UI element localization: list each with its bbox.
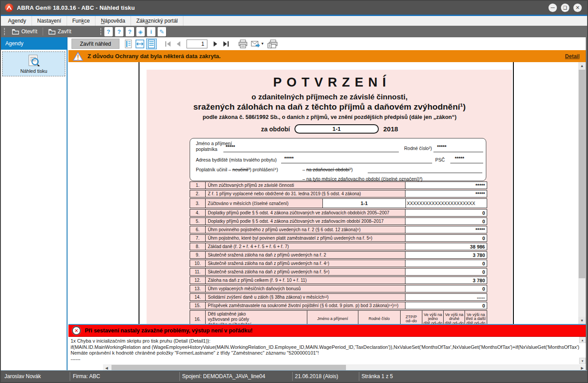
declaration-option-2: – na tyto měsíce zdaňovacího období (čís… xyxy=(302,176,422,182)
form-subtitle-2: sražených zálohách na daň z těchto příjm… xyxy=(164,102,495,112)
status-date: 21.06.2018 (Alois) xyxy=(295,371,338,382)
row-value: 0 xyxy=(405,235,487,241)
folder-open-icon xyxy=(12,29,19,35)
row-value: ***** xyxy=(405,226,487,233)
vscroll-thumb[interactable] xyxy=(579,70,585,278)
row-value: 3 780 xyxy=(405,277,487,284)
table-row: 8.Základ daně (ř. 2 + ř. 4 + ř. 5 + ř. 6… xyxy=(190,243,487,250)
sidebar-item-nahled-tisku[interactable]: Náhled tisku xyxy=(2,51,65,76)
status-company: Firma: ABC xyxy=(73,371,100,382)
open-button[interactable]: Otevřít xyxy=(8,27,41,36)
row-number: 9. xyxy=(190,252,206,258)
menu-item-funkce[interactable]: Funkce xyxy=(67,16,95,26)
maximize-icon: ❑ xyxy=(563,6,567,10)
status-page: Stránka 1 z 5 xyxy=(362,371,393,382)
status-user: Jaroslav Novák xyxy=(4,371,41,382)
status-separator xyxy=(292,372,293,381)
printer-page-icon xyxy=(267,39,278,48)
scroll-down-button[interactable]: ▼ xyxy=(578,317,586,324)
info-button[interactable]: i xyxy=(147,27,155,36)
error-bar: ✕ Při sestavení nastaly závažné problémy… xyxy=(68,324,586,337)
close-button[interactable]: ✕ xyxy=(573,4,582,12)
print-button[interactable] xyxy=(238,39,248,48)
address-label: Adresa bydliště (místa trvalého pobytu) xyxy=(196,157,277,162)
row-value: 0 xyxy=(405,260,487,267)
toolbar-grip-2[interactable] xyxy=(100,28,101,35)
table-row: 3.Zúčtováno v měsících (číselné označení… xyxy=(190,198,487,208)
toolbar-grip[interactable] xyxy=(4,28,5,35)
maximize-button[interactable]: ❑ xyxy=(561,4,569,12)
menu-item-nastaven-[interactable]: Nastavení xyxy=(32,16,67,26)
menu-item-n-pov-da[interactable]: Nápověda xyxy=(95,16,131,26)
view-continuous-button[interactable] xyxy=(146,39,157,49)
option1-underline xyxy=(368,173,482,173)
psc-underline xyxy=(450,163,483,163)
page-number-input[interactable] xyxy=(187,39,207,48)
error-log: 1x Chyba v inicializačním skriptu pro ti… xyxy=(68,337,586,364)
log-scroll-up-button[interactable]: ▲ xyxy=(579,337,586,343)
table-row: 4.Doplatky příjmů podle § 5 odst. 4 záko… xyxy=(190,209,487,217)
envelope-export-icon xyxy=(251,40,260,47)
context-help-button[interactable]: ? xyxy=(115,27,123,36)
row-label: Úhrn vyplacených měsíčních daňových bonu… xyxy=(206,285,405,292)
menu-item-agendy[interactable]: Agendy xyxy=(3,16,32,26)
name-underline xyxy=(223,152,399,152)
nav-last-button[interactable] xyxy=(221,39,231,49)
birth-underline xyxy=(433,152,483,152)
scroll-right-icon: ▶ xyxy=(581,366,584,370)
close-file-button[interactable]: Zavřít xyxy=(44,27,75,36)
view-single-page-button[interactable] xyxy=(123,39,134,49)
error-log-line: if(MAIN.ID.MainWorkingRelation and (Wage… xyxy=(71,344,577,351)
edit-note-button[interactable]: ✎ xyxy=(158,27,166,36)
view-fit-width-button[interactable] xyxy=(135,39,145,49)
row-label: Úhrn povinného pojistného z příjmů uvede… xyxy=(206,226,405,233)
row-label: Doplatky příjmů podle § 5 odst. 4 zákona… xyxy=(206,218,405,225)
minimize-button[interactable]: — xyxy=(548,4,557,12)
form-period-row: za období 1-1 2018 xyxy=(164,124,495,134)
error-log-scrollbar[interactable]: ▲ ▼ xyxy=(579,337,586,364)
status-separator xyxy=(359,372,359,381)
masked-name: ***** xyxy=(226,144,235,150)
preview-vscrollbar[interactable]: ▲ ▼ xyxy=(578,62,586,324)
row-number: 13. xyxy=(190,285,206,292)
row-value: 0 xyxy=(405,285,487,292)
row-number: 6. xyxy=(190,226,206,233)
fit-width-icon xyxy=(135,39,144,48)
column-header: Rodné číslo xyxy=(358,311,401,324)
row-value: 38 986 xyxy=(405,243,487,250)
period-year: 2018 xyxy=(383,125,398,133)
menu-item-z-kaznick-port-l[interactable]: Zákaznický portál xyxy=(131,16,183,26)
help-pages-button[interactable]: ? xyxy=(126,27,134,36)
scroll-up-button[interactable]: ▲ xyxy=(578,62,586,69)
log-scroll-down-icon: ▼ xyxy=(581,359,584,363)
table-row: 1.Úhrn zúčtovaných příjmů ze závislé čin… xyxy=(190,182,487,189)
help-pages-icon: ? xyxy=(128,28,131,35)
table-row: 6.Úhrn povinného pojistného z příjmů uve… xyxy=(190,226,487,233)
period-label: za období xyxy=(261,126,290,133)
close-preview-button[interactable]: Zavřít náhled xyxy=(72,39,119,49)
help-icon: ? xyxy=(107,28,110,35)
declaration-line: Poplatník učinil – neučinil³) prohlášení… xyxy=(196,167,278,172)
help-button[interactable]: ? xyxy=(104,27,113,36)
nav-first-button[interactable] xyxy=(163,39,173,49)
preview-toolbar: Zavřít náhled xyxy=(68,37,586,50)
row-label: Solidární zvýšení daně u záloh (§ 38ha z… xyxy=(206,294,405,300)
scroll-up-icon: ▲ xyxy=(580,64,584,68)
detail-link[interactable]: Detail xyxy=(565,53,580,59)
taxpayer-box: Jméno a příjmení poplatníka ***** Rodné … xyxy=(190,138,486,181)
nav-next-button[interactable] xyxy=(211,39,220,49)
reference-guide-button[interactable]: ◈ xyxy=(136,27,145,36)
log-scroll-down-button[interactable]: ▼ xyxy=(579,358,586,364)
row-value: XXXXXXXXXXXXXXXXXXXXXX xyxy=(406,199,487,208)
psc-label: PSČ xyxy=(435,157,445,162)
print-setup-button[interactable] xyxy=(267,39,278,48)
print-buttons-group: ▼ xyxy=(238,39,278,48)
form-table: 1.Úhrn zúčtovaných příjmů ze závislé čin… xyxy=(190,182,487,324)
row-number: 5. xyxy=(190,218,206,225)
masked-birth: ***** xyxy=(437,144,446,150)
page-navigation xyxy=(163,39,231,49)
masked-psc: ***** xyxy=(455,156,464,161)
export-button[interactable]: ▼ xyxy=(251,40,264,47)
nav-prev-button[interactable] xyxy=(174,39,183,49)
row-number: 2. xyxy=(190,190,206,197)
